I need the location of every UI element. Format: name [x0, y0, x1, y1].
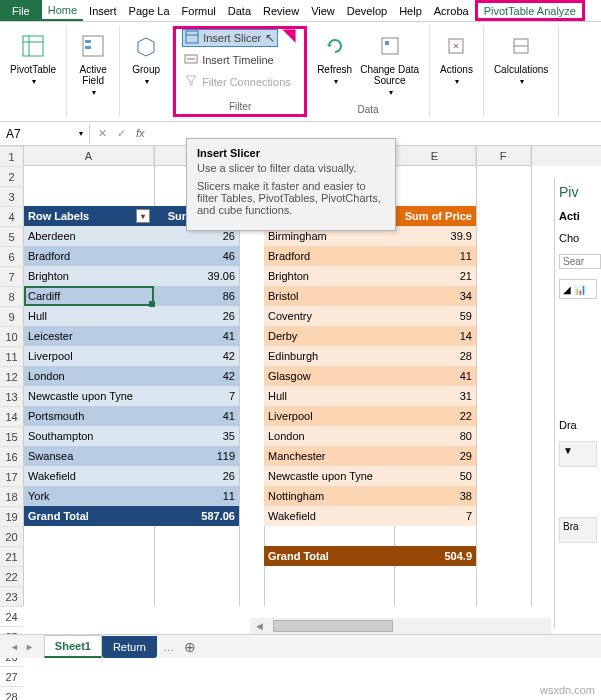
horizontal-scrollbar[interactable]: ◄ [250, 618, 551, 634]
field-item[interactable]: ◢ 📊 [559, 279, 597, 299]
ribbon-tab-home[interactable]: Home [42, 0, 83, 21]
insert-timeline-button[interactable]: Insert Timeline [182, 51, 276, 69]
pivot-row[interactable]: Newcastle upon Tyne50 [264, 466, 476, 486]
row-header-13[interactable]: 13 [0, 387, 23, 407]
row-header-17[interactable]: 17 [0, 467, 23, 487]
row-header-7[interactable]: 7 [0, 267, 23, 287]
pivot-row[interactable]: Hull26 [24, 306, 239, 326]
scroll-left-icon[interactable]: ◄ [250, 620, 269, 632]
calculations-button[interactable]: Calculations ▾ [490, 28, 552, 88]
row-header-1[interactable]: 1 [0, 147, 23, 167]
row-header-8[interactable]: 8 [0, 287, 23, 307]
row-header-22[interactable]: 22 [0, 567, 23, 587]
row-header-20[interactable]: 20 [0, 527, 23, 547]
row-header-16[interactable]: 16 [0, 447, 23, 467]
row-header-21[interactable]: 21 [0, 547, 23, 567]
row-header-3[interactable]: 3 [0, 187, 23, 207]
sheet-nav-next-icon[interactable]: ► [25, 642, 34, 652]
ribbon-tab-acroba[interactable]: Acroba [428, 0, 475, 21]
pivot-row[interactable]: Swansea119 [24, 446, 239, 466]
pivot-table-2[interactable]: Row Labels▾Sum of PriceBirmingham39.9Bra… [264, 206, 476, 566]
ribbon-tab-file[interactable]: File [0, 0, 42, 21]
pivot-row[interactable]: York11 [24, 486, 239, 506]
pivot-row[interactable]: Liverpool22 [264, 406, 476, 426]
pivot-grand-total[interactable]: Grand Total504.9 [264, 546, 476, 566]
pivot-row[interactable]: Brighton21 [264, 266, 476, 286]
row-header-18[interactable]: 18 [0, 487, 23, 507]
row-header-19[interactable]: 19 [0, 507, 23, 527]
pivot-row[interactable]: Coventry59 [264, 306, 476, 326]
ribbon-tab-pivottable-analyze[interactable]: PivotTable Analyze [475, 0, 585, 21]
pivot-row[interactable]: Southampton35 [24, 426, 239, 446]
ribbon-tab-view[interactable]: View [305, 0, 341, 21]
dropdown-icon[interactable]: ▾ [79, 129, 83, 138]
field-search-input[interactable] [559, 254, 601, 269]
filter-connections-button[interactable]: Filter Connections [182, 73, 293, 91]
col-header-F[interactable]: F [476, 146, 531, 166]
change-data-source-button[interactable]: Change Data Source ▾ [356, 28, 423, 99]
drop-zone-filters[interactable]: ▼ [559, 441, 597, 467]
pivot-row[interactable]: Bristol34 [264, 286, 476, 306]
sheet-nav[interactable]: ◄ ► [0, 642, 44, 652]
pivot-table-1[interactable]: Row Labels▾Sum of PriceAberdeen26Bradfor… [24, 206, 239, 526]
sheet-more-icon[interactable]: … [159, 641, 178, 653]
pivot-row[interactable]: Wakefield26 [24, 466, 239, 486]
pivot-row[interactable]: Derby14 [264, 326, 476, 346]
add-sheet-button[interactable]: ⊕ [178, 639, 202, 655]
pivot-row[interactable]: Cardiff86 [24, 286, 239, 306]
name-box[interactable]: A7 ▾ [0, 124, 90, 144]
group-button[interactable]: Group ▾ [126, 28, 166, 88]
cancel-icon[interactable]: ✕ [98, 127, 107, 140]
pivot-row[interactable]: Hull31 [264, 386, 476, 406]
row-header-14[interactable]: 14 [0, 407, 23, 427]
refresh-button[interactable]: Refresh ▾ [313, 28, 356, 99]
row-header-4[interactable]: 4 [0, 207, 23, 227]
pivot-row[interactable]: Manchester29 [264, 446, 476, 466]
fx-icon[interactable]: fx [136, 127, 145, 140]
pivot-row[interactable]: Nottingham38 [264, 486, 476, 506]
sheet-tab-active[interactable]: Sheet1 [44, 635, 102, 658]
row-header-2[interactable]: 2 [0, 167, 23, 187]
row-header-9[interactable]: 9 [0, 307, 23, 327]
ribbon-tab-help[interactable]: Help [393, 0, 428, 21]
active-field-button[interactable]: Active Field ▾ [73, 28, 113, 99]
row-header-23[interactable]: 23 [0, 587, 23, 607]
pivot-header-rowlabels[interactable]: Row Labels▾ [24, 206, 154, 226]
pivot-row[interactable]: Newcastle upon Tyne7 [24, 386, 239, 406]
ribbon-tab-data[interactable]: Data [222, 0, 257, 21]
sheet-tab-return[interactable]: Return [102, 636, 157, 658]
pivot-row[interactable]: Edinburgh28 [264, 346, 476, 366]
row-header-28[interactable]: 28 [0, 687, 23, 700]
row-header-12[interactable]: 12 [0, 367, 23, 387]
row-header-10[interactable]: 10 [0, 327, 23, 347]
pivot-row[interactable]: Wakefield7 [264, 506, 476, 526]
ribbon-tab-develop[interactable]: Develop [341, 0, 393, 21]
sheet-nav-prev-icon[interactable]: ◄ [10, 642, 19, 652]
row-header-5[interactable]: 5 [0, 227, 23, 247]
ribbon-tab-review[interactable]: Review [257, 0, 305, 21]
ribbon-tab-insert[interactable]: Insert [83, 0, 123, 21]
col-header-E[interactable]: E [394, 146, 476, 166]
pivot-fields-pane[interactable]: Piv Acti Cho ◢ 📊 Dra ▼ Bra [554, 178, 601, 628]
insert-slicer-button[interactable]: Insert Slicer ↖ [182, 29, 278, 47]
row-header-15[interactable]: 15 [0, 427, 23, 447]
pivot-row[interactable]: London80 [264, 426, 476, 446]
pivot-row[interactable]: Bradford11 [264, 246, 476, 266]
row-header-6[interactable]: 6 [0, 247, 23, 267]
pivot-row[interactable]: Liverpool42 [24, 346, 239, 366]
enter-icon[interactable]: ✓ [117, 127, 126, 140]
ribbon-tab-page-la[interactable]: Page La [123, 0, 176, 21]
pivottable-button[interactable]: PivotTable ▾ [6, 28, 60, 88]
drop-zone-rows[interactable]: Bra [559, 517, 597, 543]
row-header-27[interactable]: 27 [0, 667, 23, 687]
pivot-row[interactable]: Brighton39.06 [24, 266, 239, 286]
filter-dropdown-icon[interactable]: ▾ [136, 209, 150, 223]
pivot-row[interactable]: Bradford46 [24, 246, 239, 266]
actions-button[interactable]: Actions ▾ [436, 28, 477, 88]
pivot-row[interactable]: London42 [24, 366, 239, 386]
scrollbar-thumb[interactable] [273, 620, 393, 632]
col-header-A[interactable]: A [24, 146, 154, 166]
pivot-grand-total[interactable]: Grand Total587.06 [24, 506, 239, 526]
row-header-11[interactable]: 11 [0, 347, 23, 367]
row-header-24[interactable]: 24 [0, 607, 23, 627]
